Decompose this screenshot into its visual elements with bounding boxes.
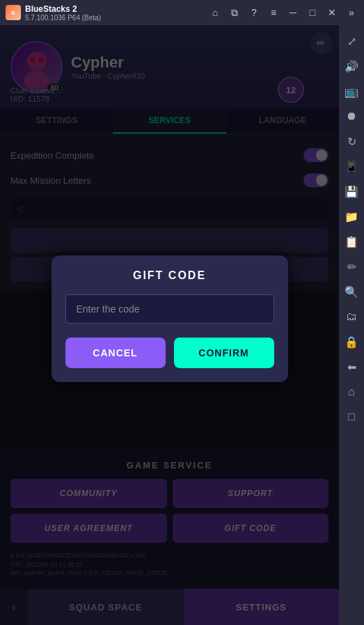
sidebar-video-icon[interactable]: 📺 [341, 81, 362, 102]
sidebar-search-icon[interactable]: 🔍 [341, 281, 362, 302]
sidebar-layers-icon[interactable]: 🗂 [341, 306, 362, 327]
sidebar-phone-icon[interactable]: 📱 [341, 156, 362, 177]
sidebar-square-icon[interactable]: □ [341, 406, 362, 427]
sidebar-edit-icon[interactable]: ✏ [341, 256, 362, 277]
sidebar-lock-icon[interactable]: 🔒 [341, 331, 362, 352]
cancel-button[interactable]: CANCEL [65, 338, 166, 368]
sidebar-clip-icon[interactable]: 📋 [341, 231, 362, 252]
help-icon[interactable]: ? [247, 7, 261, 18]
top-bar: B BlueStacks 2 5.7.100.1036 P64 (Beta) ⌂… [0, 0, 364, 25]
modal-title: GIFT CODE [65, 269, 274, 282]
expand-icon[interactable]: » [345, 7, 358, 18]
gift-code-modal: GIFT CODE CANCEL CONFIRM [52, 255, 288, 382]
menu-icon[interactable]: ≡ [267, 7, 280, 18]
sidebar-sound-icon[interactable]: 🔊 [341, 56, 362, 77]
copy-icon[interactable]: ⧉ [228, 7, 242, 19]
confirm-button[interactable]: CONFIRM [174, 338, 274, 368]
app-version: 5.7.100.1036 P64 (Beta) [25, 14, 101, 22]
sidebar-home-icon[interactable]: ⌂ [341, 381, 362, 402]
home-icon[interactable]: ⌂ [208, 7, 222, 18]
sidebar-back-icon[interactable]: ⬅ [341, 356, 362, 377]
app-name: BlueStacks 2 [25, 4, 101, 14]
sidebar-expand-icon[interactable]: ⤢ [341, 31, 362, 52]
sidebar-record-icon[interactable]: ⏺ [341, 106, 362, 127]
restore-icon[interactable]: □ [306, 7, 319, 18]
gift-code-input[interactable] [65, 294, 274, 324]
close-icon[interactable]: ✕ [325, 7, 339, 18]
main-content: 60 Cypher YouTube · Cypher420 ✏ Club: El… [0, 25, 339, 625]
sidebar-save-icon[interactable]: 💾 [341, 181, 362, 202]
sidebar-rotate-icon[interactable]: ↻ [341, 131, 362, 152]
app-icon: B [6, 5, 21, 20]
minimize-icon[interactable]: ─ [286, 7, 300, 18]
app-info: B BlueStacks 2 5.7.100.1036 P64 (Beta) [6, 4, 101, 22]
app-title-block: BlueStacks 2 5.7.100.1036 P64 (Beta) [25, 4, 101, 22]
window-controls: ⌂ ⧉ ? ≡ ─ □ ✕ » [208, 7, 358, 19]
right-sidebar: ⤢ 🔊 📺 ⏺ ↻ 📱 💾 📁 📋 ✏ 🔍 🗂 🔒 ⬅ ⌂ □ [339, 25, 364, 625]
sidebar-folder-icon[interactable]: 📁 [341, 206, 362, 227]
modal-buttons: CANCEL CONFIRM [65, 338, 274, 368]
